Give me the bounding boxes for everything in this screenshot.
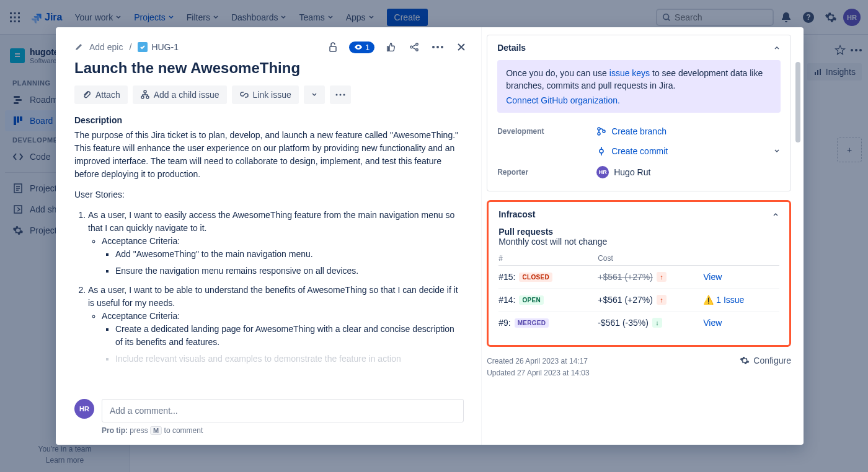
github-banner: Once you do, you can use issue keys to s… (497, 60, 781, 113)
scrollbar-thumb[interactable] (795, 62, 800, 142)
like-icon[interactable] (383, 40, 398, 55)
reporter-value[interactable]: HR Hugo Rut (596, 166, 781, 178)
issue-action-row: Attach Add a child issue Link issue (74, 85, 464, 104)
pr-number[interactable]: #14:OPEN (498, 295, 598, 305)
infracost-panel-header[interactable]: Infracost (489, 202, 789, 227)
svg-point-43 (598, 128, 600, 130)
details-panel-header[interactable]: Details (487, 35, 790, 60)
modal-header-actions: 1 (326, 40, 469, 55)
arrow-down-icon: ↓ (652, 318, 662, 328)
chevron-up-icon (773, 44, 781, 51)
pr-action: View (703, 318, 779, 328)
link-dropdown-button[interactable] (304, 85, 325, 104)
timestamps: Created 26 April 2023 at 14:17 Updated 2… (487, 356, 589, 379)
reporter-field: Reporter HR Hugo Rut (497, 161, 781, 183)
configure-button[interactable]: Configure (740, 356, 791, 365)
development-field: Development Create branch (497, 121, 781, 141)
pr-action: View (703, 272, 779, 282)
svg-point-41 (339, 94, 341, 96)
pr-view-link[interactable]: View (703, 318, 722, 328)
pr-cost: -$561 (-35%)↓ (598, 318, 703, 328)
close-icon[interactable] (454, 40, 469, 55)
arrow-up-icon: ↑ (657, 295, 666, 305)
pr-row: #9:MERGED-$561 (-35%)↓View (498, 311, 779, 334)
comment-input[interactable]: Add a comment... (102, 399, 464, 422)
pr-status-badge: CLOSED (519, 273, 552, 282)
svg-point-45 (603, 130, 605, 133)
svg-point-38 (141, 96, 144, 98)
pr-action: ⚠️1 Issue (703, 295, 779, 305)
issue-keys-link[interactable]: issue keys (609, 68, 650, 78)
svg-point-35 (436, 46, 439, 48)
modal-right-pane: Details Once you do, you can use issue k… (482, 27, 804, 445)
svg-point-34 (432, 46, 435, 48)
warning-icon: ⚠️ (703, 295, 714, 305)
pencil-icon (74, 43, 83, 51)
pr-section: Pull requests Monthly cost will not chan… (498, 227, 779, 334)
details-panel: Details Once you do, you can use issue k… (487, 35, 791, 191)
user-story-2: As a user, I want to be able to understa… (88, 284, 459, 365)
pr-rows: #15:CLOSED+$561 (+27%)↑View#14:OPEN+$561… (498, 265, 779, 334)
comment-user-avatar: HR (74, 399, 94, 419)
svg-point-40 (335, 94, 337, 96)
unlock-icon[interactable] (326, 40, 340, 55)
svg-point-39 (146, 96, 149, 98)
modal-left-pane: Add epic / HUG-1 1 Launch the new Awesom… (56, 27, 482, 445)
pr-table-head: # Cost (498, 251, 779, 265)
pr-number[interactable]: #9:MERGED (498, 318, 598, 328)
pr-subheading: Monthly cost will not change (498, 237, 779, 247)
svg-point-44 (598, 133, 600, 135)
issue-type-icon (138, 42, 148, 52)
more-actions-icon[interactable] (430, 40, 445, 55)
share-icon[interactable] (407, 40, 422, 55)
user-stories-heading: User Stories: (74, 188, 459, 201)
link-issue-button[interactable]: Link issue (232, 85, 299, 104)
svg-point-30 (357, 46, 360, 48)
create-commit-link[interactable]: Create commit (596, 146, 773, 156)
infracost-panel: Infracost Pull requests Monthly cost wil… (487, 200, 791, 347)
comment-area: HR Add a comment... Pro tip: press M to … (74, 391, 464, 435)
svg-point-32 (416, 43, 418, 46)
svg-point-31 (410, 46, 413, 48)
issue-title[interactable]: Launch the new AwesomeThing (74, 59, 464, 77)
attach-button[interactable]: Attach (74, 85, 128, 104)
more-actions-button[interactable] (330, 85, 351, 104)
reporter-avatar: HR (596, 166, 609, 178)
pr-view-link[interactable]: View (703, 272, 722, 282)
create-branch-link[interactable]: Create branch (596, 126, 781, 136)
description-section[interactable]: Description The purpose of this Jira tic… (74, 115, 464, 391)
description-intro: The purpose of this Jira ticket is to pl… (74, 129, 459, 181)
chevron-up-icon (772, 211, 779, 218)
user-story-1: As a user, I want to easily access the A… (88, 209, 459, 278)
story2-ac-label: Acceptance Criteria: Create a dedicated … (102, 310, 459, 365)
issue-modal: Add epic / HUG-1 1 Launch the new Awesom… (56, 27, 804, 445)
svg-rect-29 (330, 46, 336, 51)
add-epic-link[interactable]: Add epic (89, 42, 123, 52)
chevron-down-icon[interactable] (773, 147, 781, 155)
add-child-issue-button[interactable]: Add a child issue (133, 85, 227, 104)
pr-heading: Pull requests (498, 227, 779, 237)
pro-tip: Pro tip: press M to comment (102, 426, 464, 435)
svg-point-42 (343, 94, 345, 96)
create-commit-field: Create commit (497, 141, 781, 161)
svg-point-37 (144, 90, 146, 93)
pr-row: #14:OPEN+$561 (+27%)↑⚠️1 Issue (498, 288, 779, 311)
arrow-up-icon: ↑ (657, 272, 666, 282)
connect-github-link[interactable]: Connect GitHub organization. (506, 95, 772, 105)
svg-point-33 (416, 49, 418, 51)
pr-status-badge: OPEN (519, 295, 544, 305)
description-heading: Description (74, 115, 459, 125)
issue-key-link[interactable]: HUG-1 (138, 42, 179, 52)
pr-number[interactable]: #15:CLOSED (498, 272, 598, 282)
pr-issue-link[interactable]: ⚠️1 Issue (703, 295, 779, 305)
svg-point-36 (441, 46, 443, 48)
pr-cost: +$561 (+27%)↑ (598, 272, 703, 282)
story1-ac-label: Acceptance Criteria: Add "AwesomeThing" … (102, 235, 459, 278)
watch-button[interactable]: 1 (349, 42, 374, 53)
pr-row: #15:CLOSED+$561 (+27%)↑View (498, 265, 779, 288)
pr-cost: +$561 (+27%)↑ (598, 295, 703, 305)
pr-status-badge: MERGED (515, 318, 549, 328)
svg-point-46 (600, 149, 603, 153)
